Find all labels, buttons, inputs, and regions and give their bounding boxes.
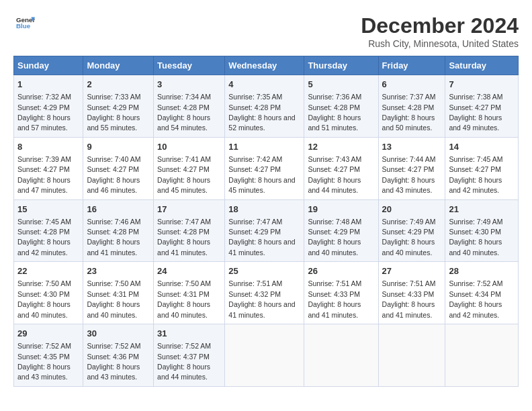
calendar-cell: 5Sunrise: 7:36 AMSunset: 4:28 PMDaylight… (304, 75, 378, 138)
cell-info: Sunrise: 7:52 AMSunset: 4:37 PMDaylight:… (157, 342, 211, 381)
day-number: 10 (157, 141, 221, 153)
calendar-week-3: 15Sunrise: 7:45 AMSunset: 4:28 PMDayligh… (14, 199, 519, 262)
calendar-week-2: 8Sunrise: 7:39 AMSunset: 4:27 PMDaylight… (14, 137, 519, 199)
calendar-week-4: 22Sunrise: 7:50 AMSunset: 4:30 PMDayligh… (14, 262, 519, 324)
calendar-cell: 9Sunrise: 7:40 AMSunset: 4:27 PMDaylight… (83, 137, 154, 199)
calendar-cell: 4Sunrise: 7:35 AMSunset: 4:28 PMDaylight… (225, 75, 304, 138)
calendar-cell: 24Sunrise: 7:50 AMSunset: 4:31 PMDayligh… (154, 262, 225, 324)
cell-info: Sunrise: 7:46 AMSunset: 4:28 PMDaylight:… (87, 218, 140, 257)
day-number: 29 (17, 328, 79, 340)
calendar-cell: 23Sunrise: 7:50 AMSunset: 4:31 PMDayligh… (83, 262, 154, 324)
day-number: 12 (308, 141, 374, 153)
cell-info: Sunrise: 7:51 AMSunset: 4:33 PMDaylight:… (308, 279, 361, 318)
day-number: 16 (87, 203, 150, 216)
calendar-cell (445, 324, 519, 387)
cell-info: Sunrise: 7:50 AMSunset: 4:31 PMDaylight:… (157, 279, 211, 318)
calendar-cell: 14Sunrise: 7:45 AMSunset: 4:27 PMDayligh… (445, 137, 519, 199)
cell-info: Sunrise: 7:52 AMSunset: 4:34 PMDaylight:… (449, 279, 502, 318)
page-header: General Blue December 2024 Rush City, Mi… (13, 13, 519, 49)
calendar-cell (378, 324, 445, 387)
day-number: 31 (157, 328, 221, 340)
day-number: 6 (382, 79, 442, 91)
day-number: 26 (308, 265, 374, 277)
cell-info: Sunrise: 7:52 AMSunset: 4:35 PMDaylight:… (17, 342, 71, 381)
cell-info: Sunrise: 7:37 AMSunset: 4:28 PMDaylight:… (382, 93, 436, 132)
day-number: 1 (17, 79, 79, 91)
header-wednesday: Wednesday (225, 56, 304, 75)
calendar-cell: 12Sunrise: 7:43 AMSunset: 4:27 PMDayligh… (304, 137, 378, 199)
day-number: 8 (17, 141, 79, 153)
cell-info: Sunrise: 7:36 AMSunset: 4:28 PMDaylight:… (308, 93, 361, 132)
cell-info: Sunrise: 7:38 AMSunset: 4:27 PMDaylight:… (449, 93, 502, 132)
calendar-week-5: 29Sunrise: 7:52 AMSunset: 4:35 PMDayligh… (14, 324, 519, 387)
day-number: 9 (87, 141, 150, 153)
calendar-cell: 31Sunrise: 7:52 AMSunset: 4:37 PMDayligh… (154, 324, 225, 387)
header-saturday: Saturday (445, 56, 519, 75)
cell-info: Sunrise: 7:48 AMSunset: 4:29 PMDaylight:… (308, 218, 361, 257)
cell-info: Sunrise: 7:49 AMSunset: 4:29 PMDaylight:… (382, 218, 436, 257)
calendar-cell: 26Sunrise: 7:51 AMSunset: 4:33 PMDayligh… (304, 262, 378, 324)
day-number: 3 (157, 79, 221, 91)
day-number: 30 (87, 328, 150, 340)
day-number: 18 (228, 203, 300, 216)
calendar-cell (304, 324, 378, 387)
day-number: 24 (157, 265, 221, 277)
day-number: 28 (449, 265, 515, 277)
cell-info: Sunrise: 7:51 AMSunset: 4:32 PMDaylight:… (228, 279, 295, 318)
day-number: 11 (228, 141, 300, 153)
location-text: Rush City, Minnesota, United States (361, 38, 519, 49)
header-monday: Monday (83, 56, 154, 75)
cell-info: Sunrise: 7:44 AMSunset: 4:27 PMDaylight:… (382, 155, 436, 194)
header-tuesday: Tuesday (154, 56, 225, 75)
calendar-cell (225, 324, 304, 387)
calendar-cell: 7Sunrise: 7:38 AMSunset: 4:27 PMDaylight… (445, 75, 519, 138)
cell-info: Sunrise: 7:32 AMSunset: 4:29 PMDaylight:… (17, 93, 71, 132)
day-number: 17 (157, 203, 221, 216)
cell-info: Sunrise: 7:45 AMSunset: 4:27 PMDaylight:… (449, 155, 502, 194)
calendar-table: SundayMondayTuesdayWednesdayThursdayFrid… (13, 56, 519, 387)
calendar-cell: 27Sunrise: 7:51 AMSunset: 4:33 PMDayligh… (378, 262, 445, 324)
logo: General Blue (13, 13, 35, 35)
calendar-week-1: 1Sunrise: 7:32 AMSunset: 4:29 PMDaylight… (14, 75, 519, 138)
svg-text:Blue: Blue (16, 22, 31, 30)
calendar-header-row: SundayMondayTuesdayWednesdayThursdayFrid… (14, 56, 519, 75)
calendar-cell: 8Sunrise: 7:39 AMSunset: 4:27 PMDaylight… (14, 137, 83, 199)
calendar-cell: 18Sunrise: 7:47 AMSunset: 4:29 PMDayligh… (225, 199, 304, 262)
cell-info: Sunrise: 7:47 AMSunset: 4:28 PMDaylight:… (157, 218, 211, 257)
calendar-cell: 13Sunrise: 7:44 AMSunset: 4:27 PMDayligh… (378, 137, 445, 199)
calendar-cell: 17Sunrise: 7:47 AMSunset: 4:28 PMDayligh… (154, 199, 225, 262)
cell-info: Sunrise: 7:41 AMSunset: 4:27 PMDaylight:… (157, 155, 211, 194)
cell-info: Sunrise: 7:34 AMSunset: 4:28 PMDaylight:… (157, 93, 211, 132)
calendar-cell: 20Sunrise: 7:49 AMSunset: 4:29 PMDayligh… (378, 199, 445, 262)
month-title: December 2024 (361, 13, 519, 38)
day-number: 2 (87, 79, 150, 91)
cell-info: Sunrise: 7:51 AMSunset: 4:33 PMDaylight:… (382, 279, 436, 318)
calendar-cell: 10Sunrise: 7:41 AMSunset: 4:27 PMDayligh… (154, 137, 225, 199)
calendar-cell: 1Sunrise: 7:32 AMSunset: 4:29 PMDaylight… (14, 75, 83, 138)
header-sunday: Sunday (14, 56, 83, 75)
calendar-cell: 21Sunrise: 7:49 AMSunset: 4:30 PMDayligh… (445, 199, 519, 262)
calendar-cell: 3Sunrise: 7:34 AMSunset: 4:28 PMDaylight… (154, 75, 225, 138)
title-block: December 2024 Rush City, Minnesota, Unit… (361, 13, 519, 49)
calendar-cell: 19Sunrise: 7:48 AMSunset: 4:29 PMDayligh… (304, 199, 378, 262)
cell-info: Sunrise: 7:52 AMSunset: 4:36 PMDaylight:… (87, 342, 140, 381)
calendar-cell: 28Sunrise: 7:52 AMSunset: 4:34 PMDayligh… (445, 262, 519, 324)
day-number: 7 (449, 79, 515, 91)
day-number: 19 (308, 203, 374, 216)
day-number: 5 (308, 79, 374, 91)
calendar-cell: 25Sunrise: 7:51 AMSunset: 4:32 PMDayligh… (225, 262, 304, 324)
day-number: 15 (17, 203, 79, 216)
cell-info: Sunrise: 7:47 AMSunset: 4:29 PMDaylight:… (228, 218, 295, 257)
day-number: 14 (449, 141, 515, 153)
day-number: 20 (382, 203, 442, 216)
cell-info: Sunrise: 7:45 AMSunset: 4:28 PMDaylight:… (17, 218, 71, 257)
day-number: 27 (382, 265, 442, 277)
day-number: 13 (382, 141, 442, 153)
calendar-cell: 16Sunrise: 7:46 AMSunset: 4:28 PMDayligh… (83, 199, 154, 262)
header-friday: Friday (378, 56, 445, 75)
cell-info: Sunrise: 7:50 AMSunset: 4:31 PMDaylight:… (87, 279, 140, 318)
cell-info: Sunrise: 7:42 AMSunset: 4:27 PMDaylight:… (228, 155, 295, 194)
day-number: 4 (228, 79, 300, 91)
calendar-cell: 29Sunrise: 7:52 AMSunset: 4:35 PMDayligh… (14, 324, 83, 387)
cell-info: Sunrise: 7:49 AMSunset: 4:30 PMDaylight:… (449, 218, 502, 257)
